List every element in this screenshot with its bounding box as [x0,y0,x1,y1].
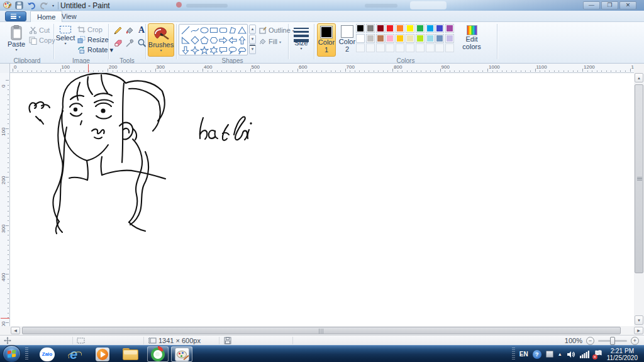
shape-rounded-rectangle-icon[interactable] [219,26,228,35]
shape-diamond-icon[interactable] [191,36,199,45]
palette-swatch-empty[interactable] [356,43,365,52]
shapes-scroll-down[interactable]: ▼ [249,35,256,44]
shape-arrow-right-icon[interactable] [219,36,228,45]
save-icon[interactable] [15,1,23,9]
fill-tool[interactable] [124,25,135,36]
shape-triangle-icon[interactable] [238,26,247,35]
shape-polygon-icon[interactable] [228,26,237,35]
undo-icon[interactable] [27,2,36,9]
shape-arrow-down-icon[interactable] [181,46,190,55]
drawing-canvas[interactable]: hashi [10,73,634,326]
pencil-tool[interactable] [112,25,123,36]
shape-right-triangle-icon[interactable] [181,36,190,45]
language-indicator[interactable]: EN [519,351,528,358]
action-center-flag-icon[interactable]: ✕ [594,350,602,359]
palette-swatch[interactable] [406,24,414,33]
palette-swatch[interactable] [445,24,454,33]
shapes-gallery[interactable] [179,24,248,55]
scroll-down-icon[interactable]: ▼ [635,315,643,325]
shape-line-icon[interactable] [181,26,190,35]
shape-rectangle-icon[interactable] [209,26,218,35]
hidden-icons-button[interactable]: ▲ [558,352,562,356]
shape-arrow-left-icon[interactable] [228,36,237,45]
palette-swatch[interactable] [406,34,414,43]
palette-swatch[interactable] [426,34,435,43]
color1-button[interactable]: Color 1 [317,23,336,57]
shape-pentagon-icon[interactable] [200,36,209,45]
shape-outline-button[interactable]: Outline▾ [259,26,294,34]
shape-callout-oval-icon[interactable] [228,46,237,55]
palette-swatch[interactable] [386,24,394,33]
resize-button[interactable]: Resize [77,35,109,45]
redo-icon[interactable] [40,2,48,9]
palette-swatch[interactable] [435,24,444,33]
brushes-button[interactable]: Brushes▾ [148,23,174,57]
shape-fill-button[interactable]: Fill▾ [259,38,281,45]
size-button[interactable]: Size▾ [290,23,313,57]
zoom-in-button[interactable]: + [631,337,639,345]
palette-swatch[interactable] [366,34,375,43]
palette-swatch-empty[interactable] [435,43,444,52]
start-button[interactable] [3,345,21,362]
palette-swatch[interactable] [386,34,394,43]
shape-star-4-icon[interactable] [191,46,199,55]
magnifier-tool[interactable] [136,37,147,48]
vertical-scrollbar[interactable]: ▲ ▼ [634,64,644,326]
palette-swatch[interactable] [356,34,365,43]
taskbar-paint[interactable] [171,346,192,362]
text-tool[interactable]: A [136,25,147,36]
shape-curve-icon[interactable] [191,26,199,35]
crop-button[interactable]: Crop [77,25,103,35]
palette-swatch-empty[interactable] [376,43,385,52]
tab-view[interactable]: View [55,11,83,22]
taskbar-zalo[interactable]: Zalo [36,346,58,362]
palette-swatch[interactable] [356,24,365,33]
color2-button[interactable]: Color 2 [338,23,357,57]
unikey-tray-icon[interactable] [546,351,553,358]
restore-button[interactable]: ❐ [601,1,618,9]
zoom-out-button[interactable]: − [586,337,594,345]
palette-swatch-empty[interactable] [406,43,414,52]
scroll-right-icon[interactable]: ▶ [634,327,643,334]
eraser-tool[interactable] [112,37,123,48]
select-button[interactable]: Select▾ [55,23,75,57]
palette-swatch-empty[interactable] [416,43,425,52]
zoom-slider[interactable] [598,340,627,342]
shape-star-6-icon[interactable] [209,46,218,55]
shape-star-5-icon[interactable] [200,46,209,55]
shape-arrow-up-icon[interactable] [238,36,247,45]
palette-swatch[interactable] [396,34,404,43]
palette-swatch[interactable] [416,34,425,43]
scroll-left-icon[interactable]: ◀ [11,327,20,334]
shape-callout-cloud-icon[interactable] [238,46,247,55]
help-tray-icon[interactable]: ? [533,350,541,359]
palette-swatch[interactable] [396,24,404,33]
cut-button[interactable]: Cut [29,25,50,35]
horizontal-scrollbar[interactable]: ◀ ▶ [0,326,644,335]
edit-colors-button[interactable]: Edit colors [459,23,484,57]
vertical-scroll-thumb[interactable] [635,84,643,273]
color-picker-tool[interactable] [124,37,135,48]
palette-swatch[interactable] [435,34,444,43]
horizontal-scroll-thumb[interactable] [22,327,621,334]
paste-button[interactable]: Paste▾ [5,23,28,57]
network-signal-icon[interactable] [580,351,589,358]
palette-swatch[interactable] [445,34,454,43]
taskbar-media-player[interactable] [92,346,113,362]
palette-swatch[interactable] [376,24,385,33]
copy-button[interactable]: Copy [29,35,55,45]
taskbar-coccoc[interactable] [147,346,169,362]
tray-grip[interactable] [512,348,515,361]
scroll-up-icon[interactable]: ▲ [635,73,643,82]
palette-swatch[interactable] [416,24,425,33]
palette-swatch-empty[interactable] [386,43,394,52]
shape-callout-rounded-icon[interactable] [219,46,228,55]
shape-ellipse-icon[interactable] [200,26,209,35]
rotate-button[interactable]: Rotate▾ [77,45,113,55]
file-menu-button[interactable]: ▾ [5,11,26,21]
qat-dropdown-icon[interactable]: ▾ [52,3,54,8]
taskbar-grip[interactable] [25,348,28,361]
shapes-scroll-up[interactable]: ▲ [249,25,256,34]
palette-swatch-empty[interactable] [396,43,404,52]
shapes-more-button[interactable]: ▼ [249,45,256,54]
